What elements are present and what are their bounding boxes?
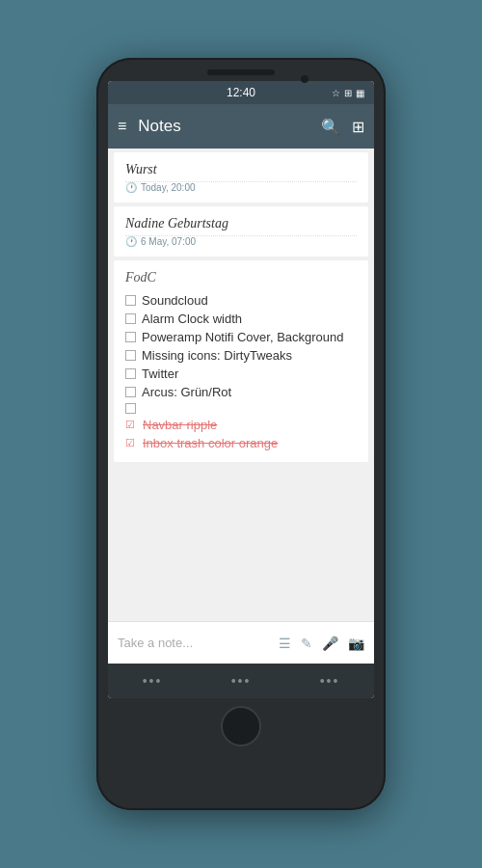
checkbox-poweramp[interactable] bbox=[125, 332, 136, 342]
input-bar: Take a note... ☰ ✎ 🎤 📷 bbox=[108, 621, 374, 664]
checklist-item[interactable]: Twitter bbox=[125, 365, 357, 383]
checklist-item[interactable]: Alarm Clock width bbox=[125, 310, 357, 328]
checklist-item-strikethrough[interactable]: ☑ Inbox trash color orange bbox=[125, 434, 357, 452]
search-icon[interactable]: 🔍 bbox=[321, 118, 340, 136]
battery-icon: ▦ bbox=[356, 88, 364, 98]
checklist-item[interactable]: Missing icons: DirtyTweaks bbox=[125, 346, 357, 365]
home-button[interactable] bbox=[221, 706, 261, 746]
status-bar: 12:40 ☆ ⊞ ▦ bbox=[108, 81, 374, 104]
checkbox-arcus[interactable] bbox=[125, 387, 136, 397]
item-text-arcus: Arcus: Grün/Rot bbox=[142, 385, 231, 399]
item-text-soundcloud: Soundcloud bbox=[142, 293, 208, 308]
notes-list[interactable]: Wurst 🕐 Today, 20:00 Nadine Geburtstag 🕐… bbox=[108, 149, 374, 621]
phone-frame: 12:40 ☆ ⊞ ▦ ≡ Notes 🔍 ⊞ Wurst bbox=[96, 58, 386, 810]
checklist-item[interactable]: Arcus: Grün/Rot bbox=[125, 383, 357, 401]
checklist-item-empty[interactable] bbox=[125, 401, 357, 416]
clock-icon: 🕐 bbox=[125, 182, 137, 193]
status-icons: ☆ ⊞ ▦ bbox=[332, 88, 364, 98]
note-time-nadine: 6 May, 07:00 bbox=[141, 236, 196, 247]
checkbox-empty[interactable] bbox=[125, 403, 136, 414]
phone-bottom bbox=[221, 706, 261, 746]
checklist-title: FodC bbox=[125, 270, 357, 285]
item-text-missing: Missing icons: DirtyTweaks bbox=[142, 348, 292, 363]
nav-bar: ••• ••• ••• bbox=[108, 664, 374, 698]
status-time: 12:40 bbox=[227, 86, 255, 99]
clock-icon: 🕐 bbox=[125, 236, 137, 247]
item-text-twitter: Twitter bbox=[142, 366, 178, 381]
star-icon: ☆ bbox=[332, 88, 340, 98]
nav-button-left[interactable]: ••• bbox=[143, 673, 163, 689]
toolbar-actions: 🔍 ⊞ bbox=[321, 118, 364, 136]
grid-icon: ⊞ bbox=[344, 88, 352, 98]
note-card-wurst[interactable]: Wurst 🕐 Today, 20:00 bbox=[114, 152, 368, 203]
item-text-navbar: Navbar ripple bbox=[143, 418, 217, 432]
checkbox-twitter[interactable] bbox=[125, 368, 136, 379]
menu-icon[interactable]: ≡ bbox=[118, 118, 126, 135]
toolbar-title: Notes bbox=[138, 117, 321, 136]
note-input-placeholder[interactable]: Take a note... bbox=[118, 636, 269, 650]
checkbox-alarm[interactable] bbox=[125, 313, 136, 324]
note-meta-nadine: 🕐 6 May, 07:00 bbox=[125, 236, 357, 247]
checkbox-soundcloud[interactable] bbox=[125, 295, 136, 306]
view-toggle-icon[interactable]: ⊞ bbox=[352, 118, 364, 136]
note-time-wurst: Today, 20:00 bbox=[141, 182, 196, 193]
note-meta-wurst: 🕐 Today, 20:00 bbox=[125, 182, 357, 193]
camera-icon[interactable]: 📷 bbox=[348, 636, 364, 651]
phone-screen: 12:40 ☆ ⊞ ▦ ≡ Notes 🔍 ⊞ Wurst bbox=[108, 81, 374, 698]
checkbox-missing[interactable] bbox=[125, 350, 136, 361]
phone-camera bbox=[301, 75, 308, 83]
nav-button-center[interactable]: ••• bbox=[231, 673, 252, 689]
mic-icon[interactable]: 🎤 bbox=[322, 636, 338, 651]
checklist-item[interactable]: Soundcloud bbox=[125, 291, 357, 310]
item-text-poweramp: Poweramp Notifi Cover, Background bbox=[142, 330, 344, 344]
checked-icon: ☑ bbox=[125, 437, 135, 449]
pencil-icon[interactable]: ✎ bbox=[301, 636, 312, 651]
item-text-inbox: Inbox trash color orange bbox=[143, 436, 278, 450]
list-icon[interactable]: ☰ bbox=[279, 636, 291, 651]
phone-speaker bbox=[207, 69, 275, 75]
item-text-alarm: Alarm Clock width bbox=[142, 312, 242, 326]
note-title-nadine: Nadine Geburtstag bbox=[125, 216, 357, 231]
nav-button-right[interactable]: ••• bbox=[320, 673, 340, 689]
checklist-card-fodc[interactable]: FodC Soundcloud Alarm Clock width Powera… bbox=[114, 260, 368, 462]
checklist-item-strikethrough[interactable]: ☑ Navbar ripple bbox=[125, 416, 357, 434]
note-title-wurst: Wurst bbox=[125, 162, 357, 177]
checklist-item[interactable]: Poweramp Notifi Cover, Background bbox=[125, 328, 357, 346]
note-card-nadine[interactable]: Nadine Geburtstag 🕐 6 May, 07:00 bbox=[114, 206, 368, 257]
toolbar: ≡ Notes 🔍 ⊞ bbox=[108, 104, 374, 149]
checked-icon: ☑ bbox=[125, 419, 135, 431]
